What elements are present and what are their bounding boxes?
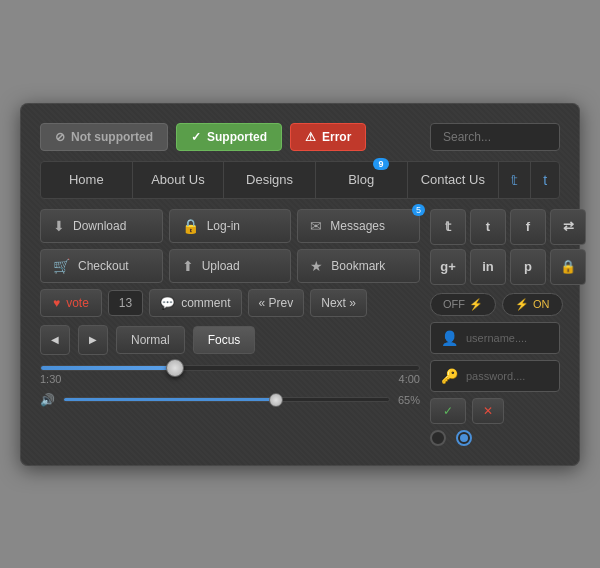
social-twitter-button[interactable]: 𝕥 (430, 209, 466, 245)
supported-button[interactable]: ✓ Supported (176, 123, 282, 151)
current-time: 1:30 (40, 373, 61, 385)
download-icon: ⬇ (53, 218, 65, 234)
radio-option-2[interactable] (456, 430, 472, 446)
upload-label: Upload (202, 259, 240, 273)
toggle-off-button[interactable]: OFF ⚡ (430, 293, 496, 316)
social-linkedin-button[interactable]: in (470, 249, 506, 285)
play-icon: ▶ (89, 334, 97, 345)
next-label: Next (321, 296, 346, 310)
nav-about-label: About Us (151, 172, 204, 187)
bookmark-button[interactable]: ★ Bookmark (297, 249, 420, 283)
vote-button[interactable]: ♥ vote (40, 289, 102, 317)
radio-option-1[interactable] (430, 430, 446, 446)
nav-contact[interactable]: Contact Us (408, 162, 500, 198)
toggle-off-icon: ⚡ (469, 298, 483, 311)
upload-button[interactable]: ⬆ Upload (169, 249, 292, 283)
social-share-button[interactable]: ⇄ (550, 209, 586, 245)
login-button[interactable]: 🔒 Log-in (169, 209, 292, 243)
password-field[interactable]: 🔑 password.... (430, 360, 560, 392)
prev-media-button[interactable]: ◀ (40, 325, 70, 355)
main-content: ⬇ Download 🔒 Log-in ✉ Messages 5 🛒 Check… (40, 209, 560, 446)
error-label: Error (322, 130, 351, 144)
left-panel: ⬇ Download 🔒 Log-in ✉ Messages 5 🛒 Check… (40, 209, 420, 446)
nav-twitter-icon[interactable]: 𝕥 (499, 162, 531, 198)
seek-track (40, 365, 420, 371)
messages-button[interactable]: ✉ Messages 5 (297, 209, 420, 243)
ui-kit-card: ⊘ Not supported ✓ Supported ⚠ Error Home… (20, 103, 580, 466)
nav-home[interactable]: Home (41, 162, 133, 198)
nav-about[interactable]: About Us (133, 162, 225, 198)
nav-tumblr-icon[interactable]: t (531, 162, 559, 198)
social-google-button[interactable]: g+ (430, 249, 466, 285)
social-buttons-grid: 𝕥 t f ⇄ g+ in p 🔒 (430, 209, 560, 285)
total-time: 4:00 (399, 373, 420, 385)
next-button[interactable]: Next » (310, 289, 367, 317)
vote-count: 13 (108, 290, 143, 316)
username-field[interactable]: 👤 username.... (430, 322, 560, 354)
nav-designs[interactable]: Designs (224, 162, 316, 198)
toggle-row: OFF ⚡ ⚡ ON (430, 293, 560, 316)
blog-badge: 9 (373, 158, 388, 170)
comment-button[interactable]: 💬 comment (149, 289, 241, 317)
nav-contact-label: Contact Us (421, 172, 485, 187)
search-input[interactable] (430, 123, 560, 151)
media-controls-row: ◀ ▶ Normal Focus (40, 325, 420, 355)
status-row: ⊘ Not supported ✓ Supported ⚠ Error (40, 123, 560, 151)
lock-icon: 🔒 (182, 218, 199, 234)
confirm-button[interactable]: ✓ (430, 398, 466, 424)
not-supported-icon: ⊘ (55, 130, 65, 144)
check-icon: ✓ (191, 130, 201, 144)
cancel-icon: ✕ (483, 404, 493, 418)
comment-label: comment (181, 296, 230, 310)
play-button[interactable]: ▶ (78, 325, 108, 355)
volume-thumb[interactable] (269, 393, 283, 407)
radio-group (430, 430, 560, 446)
toggle-on-icon: ⚡ (515, 298, 529, 311)
normal-label: Normal (131, 333, 170, 347)
confirm-row: ✓ ✕ (430, 398, 560, 424)
volume-percentage: 65% (398, 394, 420, 406)
heart-icon: ♥ (53, 296, 60, 310)
error-button[interactable]: ⚠ Error (290, 123, 366, 151)
download-button[interactable]: ⬇ Download (40, 209, 163, 243)
volume-icon: 🔊 (40, 393, 55, 407)
nav-designs-label: Designs (246, 172, 293, 187)
focus-quality-button[interactable]: Focus (193, 326, 256, 354)
nav-blog-label: Blog (348, 172, 374, 187)
actions-row-1: ⬇ Download 🔒 Log-in ✉ Messages 5 (40, 209, 420, 243)
messages-label: Messages (330, 219, 385, 233)
nav-blog[interactable]: Blog 9 (316, 162, 408, 198)
next-icon: » (349, 296, 356, 310)
nav-home-label: Home (69, 172, 104, 187)
radio-dot (460, 434, 468, 442)
actions-row-2: 🛒 Checkout ⬆ Upload ★ Bookmark (40, 249, 420, 283)
social-facebook-button[interactable]: f (510, 209, 546, 245)
social-pinterest-button[interactable]: p (510, 249, 546, 285)
checkout-button[interactable]: 🛒 Checkout (40, 249, 163, 283)
seek-thumb[interactable] (166, 359, 184, 377)
time-labels: 1:30 4:00 (40, 373, 420, 385)
volume-row: 🔊 65% (40, 393, 420, 407)
seek-slider-container: 1:30 4:00 (40, 365, 420, 385)
radio-circle-2[interactable] (456, 430, 472, 446)
prev-button[interactable]: « Prev (248, 289, 305, 317)
username-placeholder: username.... (466, 332, 527, 344)
volume-track (63, 397, 390, 402)
prev-icon: « (259, 296, 266, 310)
vote-label: vote (66, 296, 89, 310)
bookmark-label: Bookmark (331, 259, 385, 273)
password-placeholder: password.... (466, 370, 525, 382)
prev-media-icon: ◀ (51, 334, 59, 345)
error-icon: ⚠ (305, 130, 316, 144)
supported-label: Supported (207, 130, 267, 144)
radio-circle-1[interactable] (430, 430, 446, 446)
not-supported-label: Not supported (71, 130, 153, 144)
cancel-button[interactable]: ✕ (472, 398, 504, 424)
seek-fill (41, 366, 173, 370)
social-lock-button[interactable]: 🔒 (550, 249, 586, 285)
toggle-on-button[interactable]: ⚡ ON (502, 293, 563, 316)
social-tumblr-button[interactable]: t (470, 209, 506, 245)
normal-quality-button[interactable]: Normal (116, 326, 185, 354)
not-supported-button[interactable]: ⊘ Not supported (40, 123, 168, 151)
download-label: Download (73, 219, 126, 233)
